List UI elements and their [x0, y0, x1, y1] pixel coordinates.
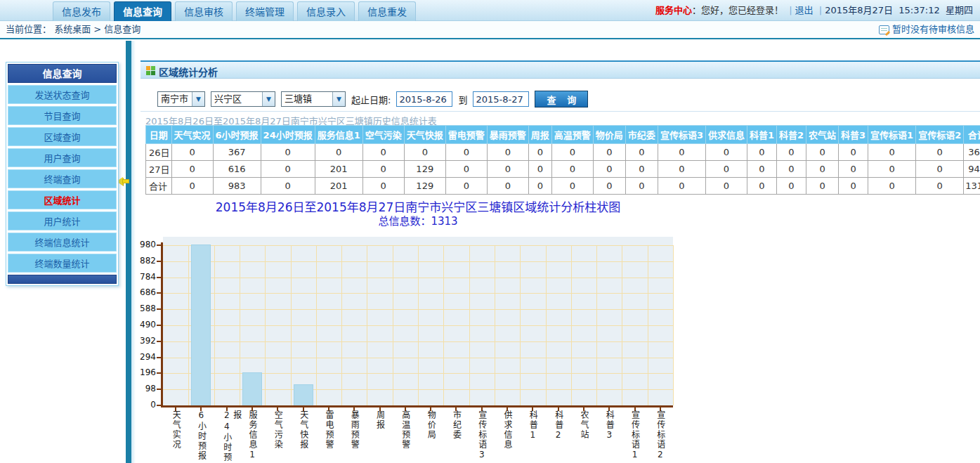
y-axis-label: 98 [129, 384, 156, 393]
grid-squares-icon [146, 66, 155, 75]
table-cell: 0 [593, 161, 625, 178]
table-cell: 0 [747, 144, 776, 161]
breadcrumb-current-link[interactable]: 信息查询 [104, 24, 141, 34]
table-cell: 0 [776, 144, 806, 161]
table-cell: 0 [261, 178, 315, 195]
table-cell: 0 [171, 178, 213, 195]
x-axis-label-供求信息: 供求信息 [502, 410, 512, 450]
current-weekday: 星期四 [946, 5, 973, 15]
service-center-label: 服务中心 [655, 5, 692, 15]
query-button[interactable]: 查 询 [535, 91, 588, 107]
sidebar-collapse-arrow[interactable] [117, 177, 131, 185]
start-date-input[interactable] [396, 91, 452, 107]
gridline [673, 245, 674, 405]
sidebar-item-终端查询[interactable]: 终端查询 [8, 169, 117, 188]
date-range-label: 起止日期: [351, 93, 391, 106]
sidebar-item-区域查询[interactable]: 区域查询 [8, 127, 117, 146]
breadcrumb-prefix: 当前位置： [6, 24, 51, 34]
table-col-天气实况: 天气实况 [171, 126, 213, 144]
table-col-周报: 周报 [528, 126, 551, 144]
district-select[interactable]: 兴宁区 ▼ [211, 91, 275, 107]
sidebar-item-区域统计[interactable]: 区域统计 [8, 190, 117, 209]
end-date-input[interactable] [473, 91, 529, 107]
gridline [341, 245, 342, 405]
x-axis-label-科普2: 科普2 [554, 410, 563, 441]
row-label: 27日 [146, 161, 172, 178]
table-cell: 0 [868, 161, 916, 178]
chevron-down-icon: ▼ [262, 92, 275, 106]
gridline [495, 245, 495, 405]
breadcrumb-bar: 当前位置： 系统桌面 > 信息查询 暂时没有待审核信息 [0, 21, 980, 39]
x-axis-label-科普3: 科普3 [604, 410, 614, 441]
bar-6小时预报 [191, 244, 211, 405]
table-cell: 0 [916, 178, 964, 195]
app-window: 信息发布信息查询信息审核终端管理信息录入信息重发 服务中心：您好，您已经登录！ … [0, 0, 980, 463]
chevron-down-icon: ▼ [332, 92, 345, 106]
table-cell: 201 [315, 178, 362, 195]
x-axis-label-暴雨预警: 暴雨预警 [349, 410, 359, 450]
nav-tab-信息发布[interactable]: 信息发布 [53, 1, 110, 21]
x-axis-label-物价局: 物价局 [426, 410, 436, 440]
gridline [443, 245, 444, 405]
sidebar-item-发送状态查询[interactable]: 发送状态查询 [8, 85, 117, 104]
greeting-text: ：您好，您已经登录！ [692, 5, 783, 15]
gridline [622, 245, 622, 405]
table-cell: 0 [868, 178, 916, 195]
audit-notification-text: 暂时没有待审核信息 [892, 21, 974, 38]
table-cell: 0 [625, 144, 658, 161]
table-col-科普2: 科普2 [776, 126, 806, 144]
audit-notification[interactable]: 暂时没有待审核信息 [879, 21, 974, 38]
table-cell: 0 [839, 178, 868, 195]
y-axis-label: 0 [129, 400, 156, 410]
table-row-26日: 26日0367000000000000000000367 [146, 144, 980, 161]
table-cell: 0 [747, 178, 776, 195]
divider-line [141, 111, 980, 112]
row-label: 合计 [146, 178, 172, 195]
sidebar-item-节目查询[interactable]: 节目查询 [8, 106, 117, 125]
table-cell: 0 [487, 161, 528, 178]
table-col-雷电预警: 雷电预警 [445, 126, 487, 144]
logout-link[interactable]: 退出 [795, 5, 814, 15]
sidebar-menu: 信息查询 发送状态查询节目查询区域查询用户查询终端查询区域统计用户统计终端信息统… [6, 62, 119, 286]
gridline [214, 245, 215, 405]
table-cell: 0 [261, 144, 315, 161]
table-cell: 0 [487, 144, 528, 161]
nav-tab-信息审核[interactable]: 信息审核 [175, 1, 233, 21]
table-cell: 129 [404, 161, 445, 178]
table-col-高温预警: 高温预警 [551, 126, 593, 144]
table-cell: 0 [261, 161, 315, 178]
table-cell: 0 [705, 144, 747, 161]
table-cell: 0 [528, 178, 551, 195]
x-axis-label-6小时预报: 6小时预报 [196, 410, 206, 461]
gridline [546, 245, 547, 405]
table-col-合计: 合计 [964, 126, 980, 144]
chevron-down-icon: ▼ [192, 92, 204, 106]
separator: | [789, 5, 792, 15]
table-cell: 0 [658, 144, 705, 161]
town-select[interactable]: 三塘镇 ▼ [281, 91, 346, 107]
nav-tab-信息重发[interactable]: 信息重发 [358, 1, 416, 21]
nav-tab-信息查询[interactable]: 信息查询 [114, 1, 171, 21]
sidebar-item-终端信息统计[interactable]: 终端信息统计 [8, 233, 117, 252]
table-cell: 0 [839, 144, 868, 161]
table-header-row: 日期天气实况6小时预报24小时预报服务信息1空气污染天气快报雷电预警暴雨预警周报… [146, 126, 980, 144]
section-title: 区域统计分析 [159, 65, 218, 79]
breadcrumb-root-link[interactable]: 系统桌面 [54, 24, 91, 34]
to-label: 到 [458, 93, 467, 106]
table-col-科普1: 科普1 [747, 126, 776, 144]
nav-tab-终端管理[interactable]: 终端管理 [236, 1, 294, 21]
gridline [188, 245, 189, 405]
city-select[interactable]: 南宁市 ▼ [157, 91, 205, 107]
breadcrumb: 当前位置： 系统桌面 > 信息查询 [6, 21, 141, 38]
table-cell: 0 [916, 144, 964, 161]
nav-tab-信息录入[interactable]: 信息录入 [297, 1, 355, 21]
table-cell: 0 [806, 178, 839, 195]
sidebar-item-用户查询[interactable]: 用户查询 [8, 148, 117, 167]
sidebar-item-用户统计[interactable]: 用户统计 [8, 211, 117, 230]
sidebar-title: 信息查询 [8, 64, 117, 83]
user-status-area: 服务中心：您好，您已经登录！ |退出 |2015年8月27日 15:37:12 … [655, 0, 973, 21]
table-cell: 0 [868, 144, 916, 161]
sidebar-item-终端数量统计[interactable]: 终端数量统计 [8, 254, 117, 273]
chart-x-axis [161, 405, 673, 407]
gridline [316, 245, 317, 405]
